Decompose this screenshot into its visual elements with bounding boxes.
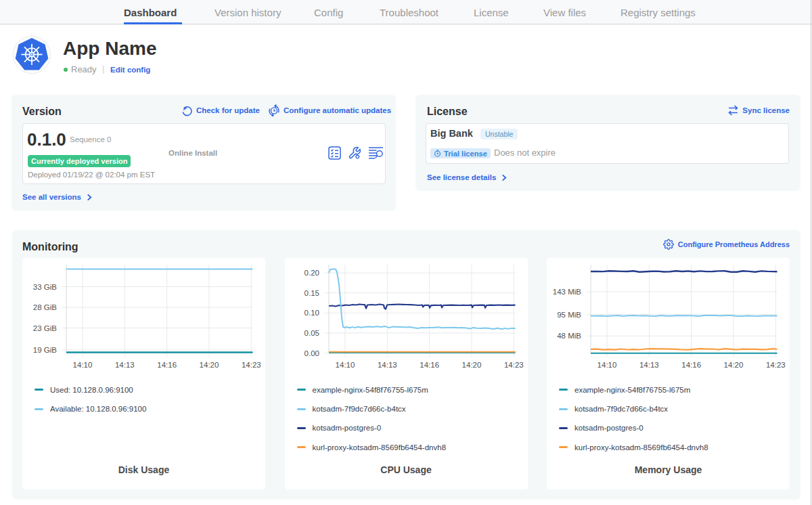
svg-text:0.15: 0.15	[304, 288, 319, 297]
svg-text:14:16: 14:16	[420, 361, 439, 369]
svg-text:0.20: 0.20	[304, 269, 319, 277]
svg-text:14:16: 14:16	[681, 361, 701, 369]
svg-text:14:13: 14:13	[377, 361, 397, 369]
svg-text:23 GiB: 23 GiB	[33, 324, 57, 332]
svg-text:14:10: 14:10	[597, 361, 617, 369]
svg-text:14:13: 14:13	[115, 361, 135, 369]
svg-text:143 MiB: 143 MiB	[553, 288, 582, 296]
svg-text:14:10: 14:10	[335, 361, 355, 369]
svg-text:19 GiB: 19 GiB	[33, 346, 57, 354]
svg-text:14:23: 14:23	[766, 361, 786, 369]
svg-text:0.05: 0.05	[304, 328, 319, 336]
svg-text:0.10: 0.10	[304, 309, 319, 317]
svg-text:14:20: 14:20	[461, 361, 481, 369]
svg-text:14:10: 14:10	[73, 361, 93, 369]
svg-text:14:16: 14:16	[157, 361, 177, 369]
svg-text:95 MiB: 95 MiB	[557, 310, 581, 318]
svg-text:14:20: 14:20	[200, 361, 219, 369]
svg-text:14:13: 14:13	[639, 361, 659, 369]
svg-text:48 MiB: 48 MiB	[557, 332, 581, 340]
svg-text:28 GiB: 28 GiB	[33, 303, 57, 311]
svg-text:0.00: 0.00	[304, 349, 319, 357]
svg-text:33 GiB: 33 GiB	[33, 282, 57, 290]
svg-text:14:20: 14:20	[724, 361, 744, 369]
svg-text:14:23: 14:23	[242, 361, 261, 369]
svg-text:14:23: 14:23	[503, 361, 523, 369]
